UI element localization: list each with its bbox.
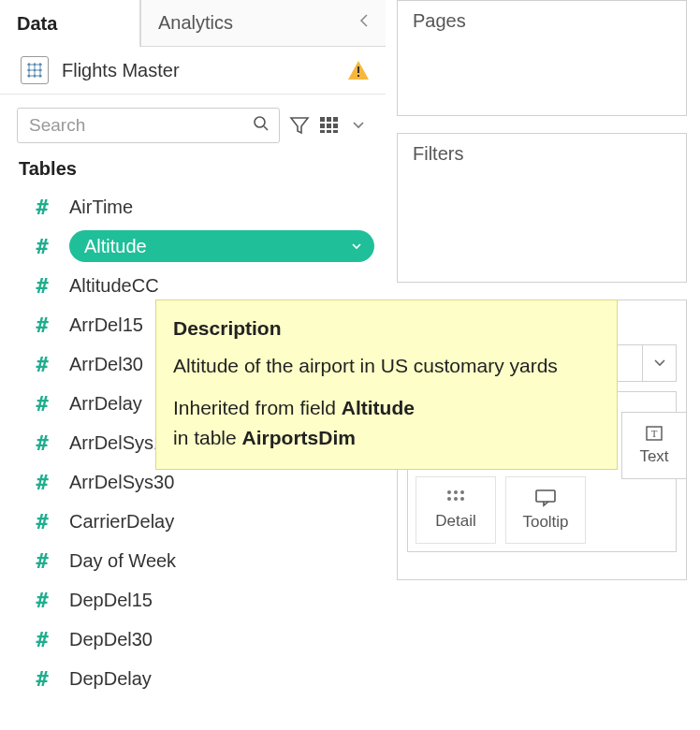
svg-point-18 bbox=[255, 117, 265, 127]
svg-point-34 bbox=[447, 490, 451, 494]
field-label: DepDel30 bbox=[69, 629, 374, 650]
svg-point-13 bbox=[28, 75, 31, 78]
filters-shelf[interactable]: Filters bbox=[397, 133, 687, 283]
field-pill[interactable]: Altitude bbox=[69, 230, 374, 262]
number-icon: # bbox=[32, 431, 52, 455]
view-mode-icon[interactable] bbox=[319, 111, 340, 139]
search-box[interactable] bbox=[17, 108, 280, 143]
datasource-row[interactable]: Flights Master bbox=[0, 47, 386, 95]
number-icon: # bbox=[32, 549, 52, 573]
number-icon: # bbox=[32, 353, 52, 376]
pane-tabs: Data Analytics bbox=[0, 0, 386, 47]
svg-rect-40 bbox=[536, 490, 555, 502]
pages-shelf-title: Pages bbox=[398, 1, 686, 39]
warning-icon[interactable] bbox=[346, 59, 371, 81]
search-input[interactable] bbox=[27, 114, 253, 137]
tooltip-body: Altitude of the airport in US customary … bbox=[173, 351, 600, 381]
svg-text:T: T bbox=[651, 428, 658, 439]
svg-rect-20 bbox=[320, 117, 325, 122]
field-row[interactable]: # Day of Week bbox=[0, 541, 386, 580]
field-label: AirTime bbox=[69, 197, 374, 218]
tab-data[interactable]: Data bbox=[0, 0, 140, 47]
tooltip-inherit-pre: Inherited from field bbox=[173, 397, 342, 418]
mark-card-label: Text bbox=[639, 447, 668, 466]
svg-point-35 bbox=[454, 490, 458, 494]
svg-rect-24 bbox=[327, 124, 331, 128]
datasource-icon bbox=[21, 56, 49, 84]
tooltip-inherit-field: Altitude bbox=[342, 397, 415, 418]
svg-point-14 bbox=[34, 75, 36, 78]
mark-card-tooltip[interactable]: Tooltip bbox=[505, 476, 586, 544]
number-icon: # bbox=[32, 196, 52, 219]
svg-point-12 bbox=[39, 69, 42, 72]
field-row[interactable]: # DepDelay bbox=[0, 659, 386, 698]
field-row[interactable]: # DepDel30 bbox=[0, 620, 386, 659]
mark-card-label: Tooltip bbox=[522, 513, 568, 532]
svg-rect-22 bbox=[333, 117, 338, 122]
svg-point-38 bbox=[454, 497, 458, 501]
number-icon: # bbox=[32, 471, 52, 494]
tables-header: Tables bbox=[0, 153, 386, 187]
field-label: DepDel15 bbox=[69, 590, 374, 611]
number-icon: # bbox=[32, 274, 52, 298]
tab-data-label: Data bbox=[17, 13, 57, 35]
field-label: AltitudeCC bbox=[69, 275, 374, 297]
svg-rect-28 bbox=[333, 130, 338, 133]
svg-rect-26 bbox=[320, 130, 325, 133]
svg-rect-21 bbox=[327, 117, 331, 122]
svg-point-36 bbox=[460, 490, 464, 494]
field-row[interactable]: # AirTime bbox=[0, 187, 386, 226]
svg-point-39 bbox=[460, 497, 464, 501]
svg-rect-27 bbox=[327, 130, 331, 133]
number-icon: # bbox=[32, 235, 52, 258]
number-icon: # bbox=[32, 392, 52, 416]
svg-point-10 bbox=[28, 69, 31, 72]
number-icon: # bbox=[32, 510, 52, 533]
field-row[interactable]: # DepDel15 bbox=[0, 580, 386, 620]
svg-point-8 bbox=[34, 64, 36, 66]
collapse-icon[interactable] bbox=[359, 13, 369, 33]
dropdown-caret-icon[interactable] bbox=[349, 111, 370, 139]
tab-analytics-label: Analytics bbox=[158, 12, 233, 34]
svg-rect-16 bbox=[357, 66, 359, 73]
svg-rect-23 bbox=[320, 124, 325, 128]
tooltip-title: Description bbox=[173, 314, 600, 343]
mark-card-text[interactable]: T Text bbox=[621, 412, 687, 479]
field-tooltip: Description Altitude of the airport in U… bbox=[155, 299, 618, 470]
mark-card-label: Detail bbox=[435, 512, 475, 531]
field-pill-label: Altitude bbox=[84, 236, 147, 257]
pages-shelf[interactable]: Pages bbox=[397, 0, 687, 116]
tooltip-inherit-table: AirportsDim bbox=[242, 427, 356, 448]
tooltip-inherit-mid: in table bbox=[173, 427, 242, 448]
shelves-pane: Pages Filters Marks Automatic Color Size bbox=[397, 0, 687, 597]
svg-point-37 bbox=[447, 497, 451, 501]
datasource-name: Flights Master bbox=[62, 60, 333, 81]
field-row-selected[interactable]: # Altitude bbox=[0, 226, 386, 266]
filters-shelf-title: Filters bbox=[398, 134, 686, 172]
svg-point-15 bbox=[39, 75, 42, 78]
number-icon: # bbox=[32, 667, 52, 691]
tooltip-inherit: Inherited from field Altitude in table A… bbox=[173, 393, 600, 452]
svg-point-7 bbox=[28, 64, 31, 66]
svg-point-11 bbox=[34, 69, 36, 72]
number-icon: # bbox=[32, 628, 52, 651]
svg-rect-25 bbox=[333, 124, 338, 128]
filter-icon[interactable] bbox=[289, 111, 310, 139]
field-label: Day of Week bbox=[69, 550, 374, 572]
field-label: DepDelay bbox=[69, 668, 374, 690]
number-icon: # bbox=[32, 589, 52, 612]
chevron-down-icon[interactable] bbox=[352, 240, 361, 253]
chevron-down-icon[interactable] bbox=[642, 345, 676, 381]
field-row[interactable]: # CarrierDelay bbox=[0, 502, 386, 541]
svg-point-9 bbox=[39, 64, 42, 66]
search-icon bbox=[253, 115, 270, 137]
mark-card-detail[interactable]: Detail bbox=[416, 476, 496, 544]
svg-rect-17 bbox=[357, 75, 359, 77]
fields-toolbar bbox=[0, 95, 386, 153]
svg-line-19 bbox=[264, 126, 268, 130]
field-label: ArrDelSys30 bbox=[69, 472, 374, 493]
number-icon: # bbox=[32, 314, 52, 337]
tab-analytics[interactable]: Analytics bbox=[140, 0, 386, 47]
field-label: CarrierDelay bbox=[69, 511, 374, 533]
